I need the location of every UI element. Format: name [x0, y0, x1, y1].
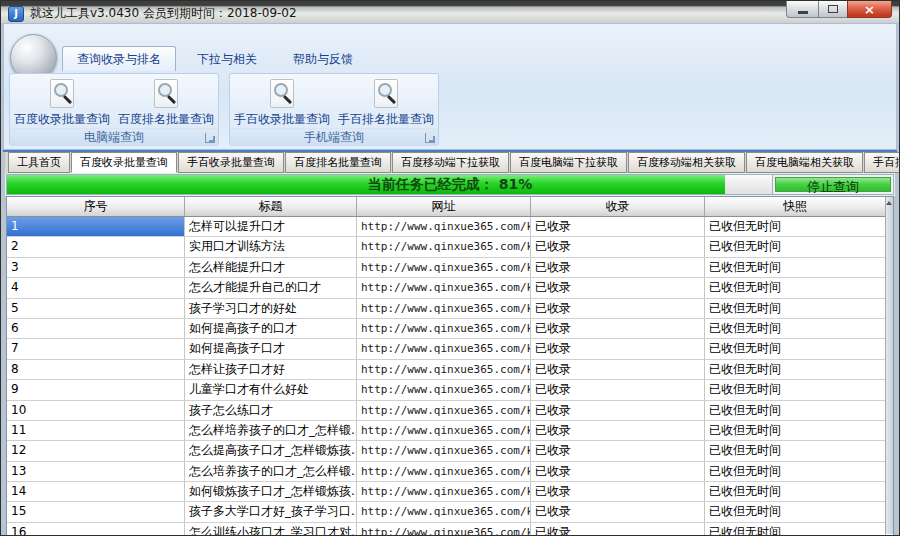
document-tab[interactable]: 手百排名批量查询 — [864, 152, 900, 173]
table-cell-included: 已收录 — [531, 217, 705, 236]
maximize-icon — [828, 5, 838, 13]
table-cell-url: http://www.qinxue365.com/kcz... — [357, 462, 531, 481]
table-cell-url: http://www.qinxue365.com/kcz... — [357, 258, 531, 277]
table-header-cell[interactable]: 网址 — [357, 197, 531, 216]
table-cell-snapshot: 已收但无时间 — [705, 380, 886, 399]
ribbon: 查询收录与排名下拉与相关帮助与反馈 百度收录批量查询百度排名批量查询电脑端查询手… — [3, 23, 897, 150]
table-cell-url: http://www.qinxue365.com/kcz... — [357, 360, 531, 379]
table-row[interactable]: 7如何提高孩子口才http://www.qinxue365.com/kcz...… — [7, 339, 893, 359]
table-cell-no: 16 — [7, 523, 185, 535]
table-header-cell[interactable]: 标题 — [185, 197, 357, 216]
stop-query-button[interactable]: 停止查询 — [775, 177, 891, 192]
table-cell-no: 12 — [7, 441, 185, 460]
table-cell-title: 怎么训练小孩口才_学习口才对... — [185, 523, 357, 535]
table-row[interactable]: 11怎么样培养孩子的口才_怎样锻...http://www.qinxue365.… — [7, 421, 893, 441]
table-cell-snapshot: 已收但无时间 — [705, 278, 886, 297]
ribbon-tab[interactable]: 下拉与相关 — [182, 46, 272, 71]
table-cell-no: 15 — [7, 502, 185, 521]
search-doc-icon — [270, 79, 294, 108]
table-header-cell[interactable]: 序号 — [7, 197, 185, 216]
document-tab[interactable]: 百度电脑端下拉获取 — [510, 152, 627, 173]
vertical-scrollbar[interactable] — [885, 197, 893, 534]
table-header-cell[interactable]: 快照 — [705, 197, 886, 216]
document-tab[interactable]: 百度电脑端相关获取 — [746, 152, 863, 173]
table-cell-included: 已收录 — [531, 319, 705, 338]
minimize-button[interactable] — [786, 1, 819, 18]
table-cell-no: 10 — [7, 401, 185, 420]
document-tab[interactable]: 手百收录批量查询 — [178, 152, 284, 173]
magnifier-handle-icon — [283, 95, 292, 104]
table-cell-url: http://www.qinxue365.com/kcz... — [357, 217, 531, 236]
table-cell-snapshot: 已收但无时间 — [705, 441, 886, 460]
table-row[interactable]: 5孩子学习口才的好处http://www.qinxue365.com/kcz..… — [7, 299, 893, 319]
document-tab[interactable]: 百度收录批量查询 — [71, 152, 177, 173]
table-row[interactable]: 14如何锻炼孩子口才_怎样锻炼孩...http://www.qinxue365.… — [7, 482, 893, 502]
ribbon-group-footer: 电脑端查询 — [10, 128, 218, 146]
window-title: 就这儿工具v3.0430 会员到期时间：2018-09-02 — [30, 5, 297, 22]
ribbon-tab-strip: 查询收录与排名下拉与相关帮助与反馈 — [62, 46, 368, 71]
ribbon-group-buttons: 手百收录批量查询手百排名批量查询 — [230, 74, 438, 128]
dialog-launcher-icon[interactable] — [205, 133, 215, 143]
ribbon-button-label: 手百收录批量查询 — [234, 111, 330, 128]
progress-row: 当前任务已经完成： 81% 停止查询 — [5, 173, 895, 196]
magnifier-glass-icon — [274, 83, 288, 97]
table-cell-url: http://www.qinxue365.com/kcz... — [357, 502, 531, 521]
table-row[interactable]: 1怎样可以提升口才http://www.qinxue365.com/kcz...… — [7, 217, 893, 237]
magnifier-handle-icon — [63, 95, 72, 104]
table-row[interactable]: 6如何提高孩子的口才http://www.qinxue365.com/kcz..… — [7, 319, 893, 339]
table-cell-included: 已收录 — [531, 339, 705, 358]
ribbon-button[interactable]: 手百收录批量查询 — [232, 74, 332, 128]
document-tab[interactable]: 工具首页 — [8, 152, 70, 173]
ribbon-tab[interactable]: 查询收录与排名 — [62, 46, 176, 71]
minimize-icon — [798, 11, 808, 14]
table-cell-included: 已收录 — [531, 380, 705, 399]
table-row[interactable]: 15孩子多大学口才好_孩子学习口...http://www.qinxue365.… — [7, 502, 893, 522]
table-row[interactable]: 4怎么才能提升自己的口才http://www.qinxue365.com/kcz… — [7, 278, 893, 298]
table-cell-url: http://www.qinxue365.com/kcz... — [357, 319, 531, 338]
table-cell-url: http://www.qinxue365.com/kcz... — [357, 441, 531, 460]
search-doc-icon — [50, 79, 74, 108]
table-cell-title: 如何提高孩子口才 — [185, 339, 357, 358]
table-cell-no: 3 — [7, 258, 185, 277]
table-cell-included: 已收录 — [531, 401, 705, 420]
table-cell-included: 已收录 — [531, 237, 705, 256]
table-cell-included: 已收录 — [531, 360, 705, 379]
table-row[interactable]: 10孩子怎么练口才http://www.qinxue365.com/kcz...… — [7, 401, 893, 421]
dialog-launcher-icon[interactable] — [425, 133, 435, 143]
table-row[interactable]: 16怎么训练小孩口才_学习口才对...http://www.qinxue365.… — [7, 523, 893, 535]
close-button[interactable]: × — [847, 1, 892, 18]
results-table: 序号标题网址收录快照 1怎样可以提升口才http://www.qinxue365… — [6, 196, 894, 535]
maximize-button[interactable] — [819, 1, 847, 18]
table-row[interactable]: 8怎样让孩子口才好http://www.qinxue365.com/kcz...… — [7, 360, 893, 380]
table-cell-title: 如何提高孩子的口才 — [185, 319, 357, 338]
table-cell-title: 怎么提高孩子口才_怎样锻炼孩... — [185, 441, 357, 460]
document-tab[interactable]: 百度排名批量查询 — [285, 152, 391, 173]
ribbon-button[interactable]: 手百排名批量查询 — [336, 74, 436, 128]
document-tab[interactable]: 百度移动端相关获取 — [628, 152, 745, 173]
table-cell-url: http://www.qinxue365.com/kcz... — [357, 523, 531, 535]
table-row[interactable]: 12怎么提高孩子口才_怎样锻炼孩...http://www.qinxue365.… — [7, 441, 893, 461]
window-controls: × — [786, 1, 892, 18]
table-row[interactable]: 13怎么培养孩子的口才_怎么样锻...http://www.qinxue365.… — [7, 462, 893, 482]
ribbon-button[interactable]: 百度收录批量查询 — [12, 74, 112, 128]
table-cell-included: 已收录 — [531, 441, 705, 460]
table-cell-title: 怎样让孩子口才好 — [185, 360, 357, 379]
table-cell-included: 已收录 — [531, 462, 705, 481]
table-cell-snapshot: 已收但无时间 — [705, 217, 886, 236]
document-tab[interactable]: 百度移动端下拉获取 — [392, 152, 509, 173]
table-cell-title: 怎么样培养孩子的口才_怎样锻... — [185, 421, 357, 440]
table-header-cell[interactable]: 收录 — [531, 197, 705, 216]
ribbon-button[interactable]: 百度排名批量查询 — [116, 74, 216, 128]
ribbon-tab[interactable]: 帮助与反馈 — [278, 46, 368, 71]
table-row[interactable]: 3怎么样能提升口才http://www.qinxue365.com/kcz...… — [7, 258, 893, 278]
ribbon-body: 百度收录批量查询百度排名批量查询电脑端查询手百收录批量查询手百排名批量查询手机端… — [9, 73, 891, 146]
table-row[interactable]: 2实用口才训练方法http://www.qinxue365.com/kcz...… — [7, 237, 893, 257]
table-cell-title: 怎样可以提升口才 — [185, 217, 357, 236]
table-cell-url: http://www.qinxue365.com/kcz... — [357, 278, 531, 297]
table-cell-included: 已收录 — [531, 278, 705, 297]
table-cell-snapshot: 已收但无时间 — [705, 523, 886, 535]
table-cell-no: 2 — [7, 237, 185, 256]
table-cell-no: 9 — [7, 380, 185, 399]
ribbon-group: 百度收录批量查询百度排名批量查询电脑端查询 — [9, 73, 219, 146]
table-row[interactable]: 9儿童学口才有什么好处http://www.qinxue365.com/kcz.… — [7, 380, 893, 400]
